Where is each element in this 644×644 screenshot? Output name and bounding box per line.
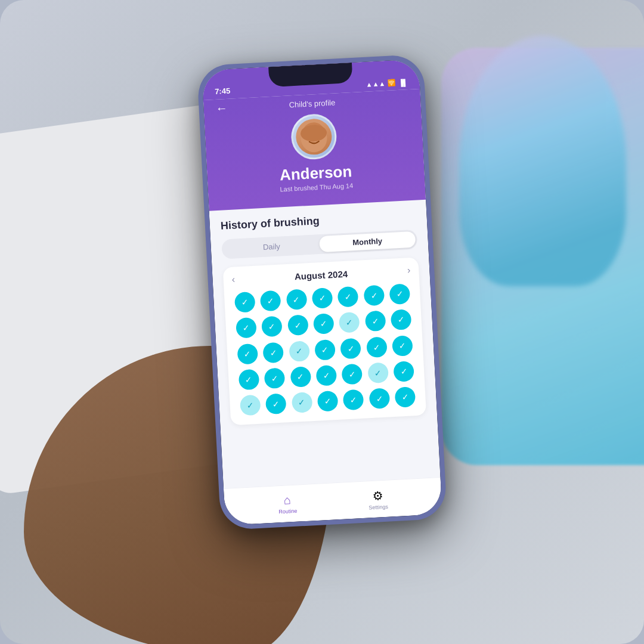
deco-lamp xyxy=(459,36,626,286)
calendar-day[interactable]: ✓ xyxy=(363,309,388,333)
calendar-day[interactable]: ✓ xyxy=(339,336,363,360)
calendar-day[interactable]: ✓ xyxy=(389,308,413,332)
calendar-day[interactable]: ✓ xyxy=(390,333,414,358)
header-area: ← Child's profile xyxy=(203,89,426,211)
battery-icon: ▐▌ xyxy=(398,79,408,86)
signal-icon: ▲▲▲ xyxy=(366,79,385,88)
calendar-day[interactable]: ✓ xyxy=(315,389,340,413)
nav-routine[interactable]: ⌂ Routine xyxy=(278,493,298,515)
phone-device: 7:45 ▲▲▲ 🛜 ▐▌ ← Child's profile xyxy=(197,54,447,531)
nav-settings[interactable]: ⚙ Settings xyxy=(368,488,388,510)
calendar-day[interactable]: ✓ xyxy=(341,388,366,412)
calendar-day[interactable]: ✓ xyxy=(235,342,259,366)
calendar-day[interactable]: ✓ xyxy=(388,281,412,306)
calendar-day[interactable]: ✓ xyxy=(233,290,257,314)
calendar-day[interactable]: ✓ xyxy=(262,366,287,391)
calendar-day[interactable]: ✓ xyxy=(287,339,311,363)
page-title: Child's profile xyxy=(289,98,335,109)
status-icons: ▲▲▲ 🛜 ▐▌ xyxy=(366,78,408,88)
calendar-day[interactable]: ✓ xyxy=(234,315,258,340)
calendar-day[interactable]: ✓ xyxy=(340,362,364,386)
calendar-day[interactable]: ✓ xyxy=(392,359,416,383)
content-area: History of brushing Daily Monthly ‹ Augu… xyxy=(209,200,441,488)
calendar-day[interactable]: ✓ xyxy=(311,311,336,336)
calendar-header: ‹ August 2024 › xyxy=(231,265,411,285)
phone-screen: 7:45 ▲▲▲ 🛜 ▐▌ ← Child's profile xyxy=(202,59,442,525)
calendar-day[interactable]: ✓ xyxy=(393,385,417,410)
calendar: ‹ August 2024 › ✓✓✓✓✓✓✓✓✓✓✓✓✓✓✓✓✓✓✓✓✓✓✓✓… xyxy=(223,257,426,425)
svg-point-0 xyxy=(300,123,327,153)
wifi-icon: 🛜 xyxy=(388,79,397,87)
avatar-face xyxy=(295,118,333,156)
calendar-day[interactable]: ✓ xyxy=(258,289,283,313)
calendar-day[interactable]: ✓ xyxy=(288,364,312,389)
calendar-day[interactable]: ✓ xyxy=(310,286,335,310)
calendar-day[interactable]: ✓ xyxy=(314,363,339,388)
calendar-day[interactable]: ✓ xyxy=(259,314,284,339)
calendar-day[interactable]: ✓ xyxy=(284,287,308,311)
calendar-day[interactable]: ✓ xyxy=(364,335,389,359)
profile-name: Anderson xyxy=(279,162,352,184)
calendar-day[interactable]: ✓ xyxy=(264,392,288,416)
svg-point-2 xyxy=(308,134,312,138)
calendar-day[interactable]: ✓ xyxy=(367,386,392,411)
calendar-day[interactable]: ✓ xyxy=(237,367,261,392)
calendar-day[interactable]: ✓ xyxy=(337,310,361,335)
gear-icon: ⚙ xyxy=(372,488,383,503)
calendar-day[interactable]: ✓ xyxy=(238,393,262,417)
nav-routine-label: Routine xyxy=(278,508,298,515)
calendar-day[interactable]: ✓ xyxy=(336,284,360,309)
calendar-day[interactable]: ✓ xyxy=(366,361,390,385)
phone-inner: 7:45 ▲▲▲ 🛜 ▐▌ ← Child's profile xyxy=(202,59,442,525)
view-toggle: Daily Monthly xyxy=(221,230,417,259)
avatar xyxy=(290,113,338,160)
prev-month-button[interactable]: ‹ xyxy=(231,274,235,285)
calendar-grid: ✓✓✓✓✓✓✓✓✓✓✓✓✓✓✓✓✓✓✓✓✓✓✓✓✓✓✓✓✓✓✓✓✓✓✓ xyxy=(233,281,418,418)
nav-settings-label: Settings xyxy=(369,503,388,510)
home-icon: ⌂ xyxy=(283,493,291,507)
month-label: August 2024 xyxy=(294,268,348,281)
svg-point-3 xyxy=(315,133,319,138)
calendar-day[interactable]: ✓ xyxy=(286,313,310,338)
calendar-day[interactable]: ✓ xyxy=(362,283,386,307)
status-time: 7:45 xyxy=(215,86,231,96)
svg-point-1 xyxy=(302,122,325,142)
calendar-day[interactable]: ✓ xyxy=(290,391,314,415)
calendar-day[interactable]: ✓ xyxy=(261,340,286,364)
scene: 7:45 ▲▲▲ 🛜 ▐▌ ← Child's profile xyxy=(0,0,644,644)
back-button[interactable]: ← xyxy=(215,101,228,116)
avatar-svg xyxy=(295,118,333,156)
section-title: History of brushing xyxy=(220,210,416,233)
tab-monthly[interactable]: Monthly xyxy=(319,231,416,252)
next-month-button[interactable]: › xyxy=(407,265,410,275)
calendar-day[interactable]: ✓ xyxy=(312,338,337,362)
tab-daily[interactable]: Daily xyxy=(223,236,320,257)
